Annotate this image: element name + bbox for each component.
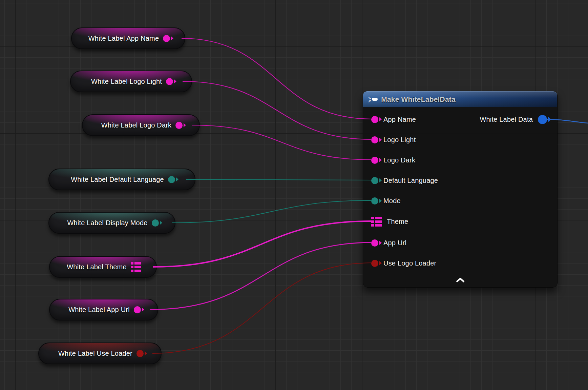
var-node-label: White Label Logo Light — [91, 78, 162, 85]
input-row-app-name: App Name — [371, 114, 416, 125]
var-node-label: White Label App Url — [68, 306, 130, 314]
collapse-node-button[interactable] — [455, 277, 466, 283]
pin-label: Theme — [387, 218, 408, 226]
output-pin-enum[interactable] — [168, 176, 175, 183]
input-row-logo-light: Logo Light — [371, 134, 416, 145]
input-row-app-url: App Url — [371, 237, 406, 248]
var-node-white-label-logo-dark[interactable]: White Label Logo Dark — [82, 114, 200, 136]
input-row-logo-dark: Logo Dark — [371, 155, 415, 165]
pin-label: Use Logo Loader — [383, 259, 436, 267]
output-pin-string[interactable] — [163, 35, 170, 42]
output-pin-string[interactable] — [134, 306, 141, 313]
wire-app-name[interactable] — [182, 38, 372, 119]
var-node-label: White Label Theme — [67, 263, 126, 271]
pin-label: App Url — [383, 239, 406, 247]
output-pin-string[interactable] — [166, 78, 173, 85]
output-pin-enum[interactable] — [152, 219, 159, 227]
node-header[interactable]: ↘↗ Make WhiteLabelData — [363, 91, 557, 107]
var-node-label: White Label Display Mode — [67, 219, 147, 227]
var-node-white-label-app-name[interactable]: White Label App Name — [71, 27, 185, 49]
var-node-white-label-use-loader[interactable]: White Label Use Loader — [38, 343, 162, 364]
input-pin-enum[interactable] — [371, 177, 378, 184]
output-row-white-label-data: White Label Data — [480, 114, 547, 125]
var-node-white-label-display-mode[interactable]: White Label Display Mode — [48, 212, 175, 234]
wire-display-mode[interactable] — [172, 200, 372, 223]
input-row-default-language: Default Language — [371, 175, 438, 186]
var-node-label: White Label Use Loader — [58, 350, 132, 357]
struct-grid-icon[interactable] — [131, 262, 141, 272]
input-pin-string[interactable] — [371, 136, 378, 143]
wire-app-url[interactable] — [150, 242, 372, 310]
var-node-white-label-theme[interactable]: White Label Theme — [49, 256, 157, 278]
output-pin-struct[interactable] — [538, 115, 547, 124]
wire-default-language[interactable] — [186, 179, 372, 180]
pin-label: Logo Light — [383, 136, 416, 144]
input-row-theme: Theme — [371, 216, 408, 227]
input-pin-string[interactable] — [371, 116, 378, 123]
var-node-label: White Label App Name — [88, 35, 159, 42]
node-title: Make WhiteLabelData — [381, 95, 456, 103]
var-node-white-label-app-url[interactable]: White Label App Url — [49, 299, 158, 320]
input-pin-string[interactable] — [371, 239, 378, 247]
pin-label: Default Language — [383, 177, 438, 184]
pin-label: App Name — [383, 116, 416, 123]
input-row-mode: Mode — [371, 195, 401, 206]
output-pin-bool[interactable] — [136, 350, 144, 357]
pin-label: White Label Data — [480, 116, 533, 123]
make-whitelabeldata-node[interactable]: ↘↗ Make WhiteLabelData App Name Logo Lig… — [363, 91, 558, 288]
var-node-label: White Label Logo Dark — [101, 121, 172, 129]
make-struct-icon: ↘↗ — [368, 96, 378, 103]
var-node-white-label-default-language[interactable]: White Label Default Language — [48, 169, 195, 190]
wire-theme[interactable] — [153, 221, 371, 267]
struct-grid-icon[interactable] — [371, 216, 382, 227]
pin-label: Logo Dark — [383, 156, 415, 164]
chevron-up-icon — [456, 278, 465, 282]
output-pin-string[interactable] — [175, 122, 183, 129]
input-pin-enum[interactable] — [371, 197, 378, 204]
var-node-white-label-logo-light[interactable]: White Label Logo Light — [70, 71, 192, 92]
var-node-label: White Label Default Language — [71, 176, 164, 183]
input-pin-string[interactable] — [371, 157, 378, 164]
blueprint-graph-canvas: White Label App Name White Label Logo Li… — [0, 0, 588, 390]
input-row-use-logo-loader: Use Logo Loader — [371, 258, 436, 269]
input-pin-bool[interactable] — [371, 260, 378, 267]
wire-logo-light[interactable] — [183, 81, 372, 139]
wire-logo-dark[interactable] — [192, 125, 372, 160]
pin-label: Mode — [383, 197, 401, 205]
